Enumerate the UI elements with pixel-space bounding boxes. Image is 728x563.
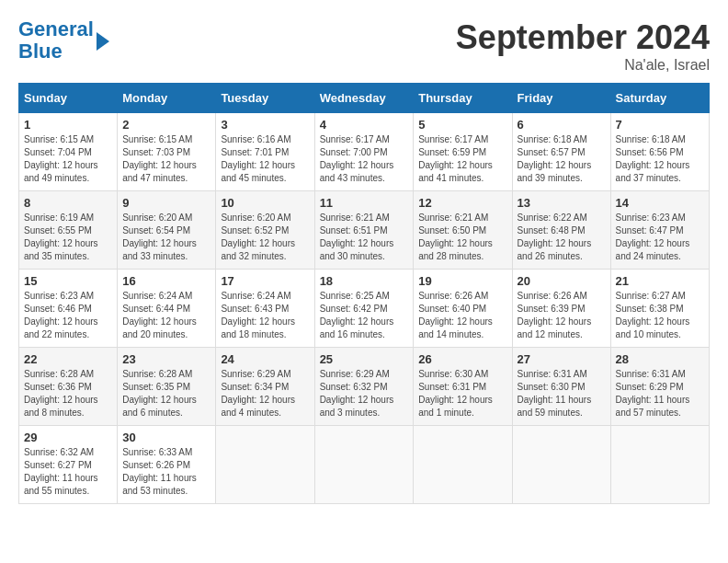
day-number: 17 [221, 274, 309, 288]
logo-blue: Blue [18, 40, 63, 63]
day-number: 4 [320, 118, 409, 132]
logo-general: General [18, 17, 94, 40]
logo-text: General Blue [18, 18, 94, 63]
calendar-cell: 27Sunrise: 6:31 AMSunset: 6:30 PMDayligh… [512, 348, 610, 426]
day-number: 2 [122, 118, 210, 132]
day-number: 11 [320, 196, 409, 210]
month-title: September 2024 [456, 18, 710, 57]
day-number: 30 [122, 431, 210, 444]
weekday-header-monday: Monday [118, 84, 216, 113]
day-info: Sunrise: 6:33 AMSunset: 6:26 PMDaylight:… [122, 446, 210, 498]
calendar-cell: 9Sunrise: 6:20 AMSunset: 6:54 PMDaylight… [118, 191, 216, 270]
weekday-header-thursday: Thursday [414, 84, 512, 113]
day-number: 15 [24, 274, 112, 288]
day-info: Sunrise: 6:24 AMSunset: 6:43 PMDaylight:… [221, 290, 309, 341]
calendar-cell: 14Sunrise: 6:23 AMSunset: 6:47 PMDayligh… [610, 191, 709, 270]
calendar-cell: 30Sunrise: 6:33 AMSunset: 6:26 PMDayligh… [118, 426, 216, 504]
calendar-cell: 4Sunrise: 6:17 AMSunset: 7:00 PMDaylight… [314, 113, 414, 191]
calendar-cell: 22Sunrise: 6:28 AMSunset: 6:36 PMDayligh… [19, 348, 118, 426]
calendar-cell: 20Sunrise: 6:26 AMSunset: 6:39 PMDayligh… [512, 270, 610, 348]
weekday-header-saturday: Saturday [610, 84, 709, 113]
logo-arrow-icon [97, 32, 109, 51]
calendar-cell: 18Sunrise: 6:25 AMSunset: 6:42 PMDayligh… [314, 270, 414, 348]
day-info: Sunrise: 6:26 AMSunset: 6:39 PMDaylight:… [518, 290, 606, 341]
week-row-2: 8Sunrise: 6:19 AMSunset: 6:55 PMDaylight… [19, 191, 710, 270]
calendar-cell [610, 426, 709, 504]
day-info: Sunrise: 6:20 AMSunset: 6:52 PMDaylight:… [221, 212, 309, 263]
day-info: Sunrise: 6:23 AMSunset: 6:46 PMDaylight:… [24, 290, 112, 341]
day-number: 1 [24, 118, 112, 132]
day-info: Sunrise: 6:15 AMSunset: 7:04 PMDaylight:… [24, 133, 112, 185]
day-info: Sunrise: 6:31 AMSunset: 6:29 PMDaylight:… [616, 368, 704, 419]
day-number: 23 [122, 352, 210, 366]
day-number: 13 [518, 196, 606, 210]
day-info: Sunrise: 6:18 AMSunset: 6:57 PMDaylight:… [518, 133, 606, 185]
day-info: Sunrise: 6:16 AMSunset: 7:01 PMDaylight:… [221, 133, 309, 185]
weekday-header-wednesday: Wednesday [314, 84, 414, 113]
day-info: Sunrise: 6:26 AMSunset: 6:40 PMDaylight:… [418, 290, 506, 341]
day-info: Sunrise: 6:24 AMSunset: 6:44 PMDaylight:… [122, 290, 210, 341]
calendar-cell: 28Sunrise: 6:31 AMSunset: 6:29 PMDayligh… [610, 348, 709, 426]
day-number: 22 [24, 352, 112, 366]
day-info: Sunrise: 6:22 AMSunset: 6:48 PMDaylight:… [518, 212, 606, 263]
day-number: 18 [320, 274, 409, 288]
day-number: 5 [418, 118, 506, 132]
day-number: 7 [616, 118, 704, 132]
day-info: Sunrise: 6:21 AMSunset: 6:51 PMDaylight:… [320, 212, 409, 263]
day-number: 12 [418, 196, 506, 210]
calendar-cell: 8Sunrise: 6:19 AMSunset: 6:55 PMDaylight… [19, 191, 118, 270]
day-number: 21 [616, 274, 704, 288]
calendar-cell: 1Sunrise: 6:15 AMSunset: 7:04 PMDaylight… [19, 113, 118, 191]
day-number: 3 [221, 118, 309, 132]
location: Na'ale, Israel [456, 57, 710, 74]
week-row-5: 29Sunrise: 6:32 AMSunset: 6:27 PMDayligh… [19, 426, 710, 504]
day-number: 26 [418, 352, 506, 366]
calendar-cell [314, 426, 414, 504]
day-number: 25 [320, 352, 409, 366]
day-info: Sunrise: 6:18 AMSunset: 6:56 PMDaylight:… [616, 133, 704, 185]
calendar-cell: 24Sunrise: 6:29 AMSunset: 6:34 PMDayligh… [216, 348, 314, 426]
day-number: 10 [221, 196, 309, 210]
weekday-header-friday: Friday [512, 84, 610, 113]
day-number: 28 [616, 352, 704, 366]
day-info: Sunrise: 6:15 AMSunset: 7:03 PMDaylight:… [122, 133, 210, 185]
day-info: Sunrise: 6:17 AMSunset: 7:00 PMDaylight:… [320, 133, 409, 185]
day-info: Sunrise: 6:23 AMSunset: 6:47 PMDaylight:… [616, 212, 704, 263]
day-info: Sunrise: 6:28 AMSunset: 6:36 PMDaylight:… [24, 368, 112, 419]
day-info: Sunrise: 6:27 AMSunset: 6:38 PMDaylight:… [616, 290, 704, 341]
page-header: General Blue September 2024 Na'ale, Isra… [18, 18, 710, 74]
day-number: 27 [518, 352, 606, 366]
logo: General Blue [18, 18, 109, 63]
week-row-4: 22Sunrise: 6:28 AMSunset: 6:36 PMDayligh… [19, 348, 710, 426]
calendar-cell: 3Sunrise: 6:16 AMSunset: 7:01 PMDaylight… [216, 113, 314, 191]
day-number: 29 [24, 431, 112, 444]
day-info: Sunrise: 6:19 AMSunset: 6:55 PMDaylight:… [24, 212, 112, 263]
calendar-cell: 13Sunrise: 6:22 AMSunset: 6:48 PMDayligh… [512, 191, 610, 270]
calendar-cell: 2Sunrise: 6:15 AMSunset: 7:03 PMDaylight… [118, 113, 216, 191]
day-info: Sunrise: 6:17 AMSunset: 6:59 PMDaylight:… [418, 133, 506, 185]
day-info: Sunrise: 6:25 AMSunset: 6:42 PMDaylight:… [320, 290, 409, 341]
calendar-cell: 19Sunrise: 6:26 AMSunset: 6:40 PMDayligh… [414, 270, 512, 348]
calendar-cell: 29Sunrise: 6:32 AMSunset: 6:27 PMDayligh… [19, 426, 118, 504]
calendar-cell [414, 426, 512, 504]
day-info: Sunrise: 6:20 AMSunset: 6:54 PMDaylight:… [122, 212, 210, 263]
calendar-cell: 21Sunrise: 6:27 AMSunset: 6:38 PMDayligh… [610, 270, 709, 348]
calendar-cell: 23Sunrise: 6:28 AMSunset: 6:35 PMDayligh… [118, 348, 216, 426]
day-number: 9 [122, 196, 210, 210]
calendar-cell: 5Sunrise: 6:17 AMSunset: 6:59 PMDaylight… [414, 113, 512, 191]
day-info: Sunrise: 6:29 AMSunset: 6:34 PMDaylight:… [221, 368, 309, 419]
day-number: 14 [616, 196, 704, 210]
calendar-cell: 11Sunrise: 6:21 AMSunset: 6:51 PMDayligh… [314, 191, 414, 270]
title-block: September 2024 Na'ale, Israel [456, 18, 710, 74]
day-info: Sunrise: 6:30 AMSunset: 6:31 PMDaylight:… [418, 368, 506, 419]
day-info: Sunrise: 6:21 AMSunset: 6:50 PMDaylight:… [418, 212, 506, 263]
day-info: Sunrise: 6:28 AMSunset: 6:35 PMDaylight:… [122, 368, 210, 419]
day-number: 8 [24, 196, 112, 210]
day-number: 6 [518, 118, 606, 132]
calendar-cell [512, 426, 610, 504]
calendar-cell: 7Sunrise: 6:18 AMSunset: 6:56 PMDaylight… [610, 113, 709, 191]
weekday-header-tuesday: Tuesday [216, 84, 314, 113]
calendar-cell: 17Sunrise: 6:24 AMSunset: 6:43 PMDayligh… [216, 270, 314, 348]
day-number: 16 [122, 274, 210, 288]
calendar-cell: 6Sunrise: 6:18 AMSunset: 6:57 PMDaylight… [512, 113, 610, 191]
